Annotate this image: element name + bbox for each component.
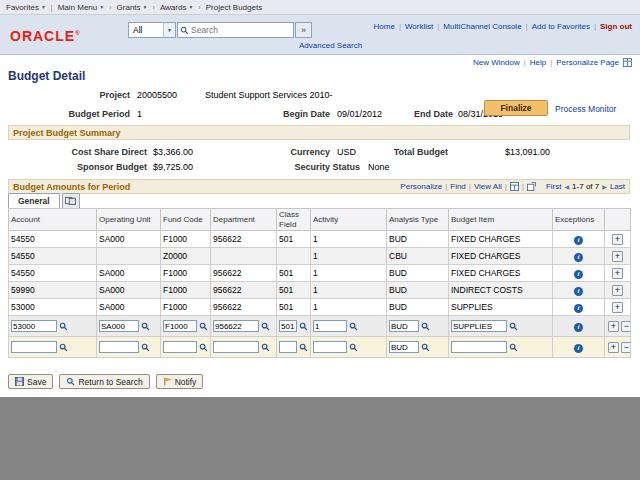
grid-cell: SA000 xyxy=(97,265,161,282)
lookup-icon[interactable] xyxy=(349,343,358,352)
grid-cell: BUD xyxy=(387,265,449,282)
grid-cell: FIXED CHARGES xyxy=(449,265,553,282)
breadcrumb-awards[interactable]: Awards ▼ xyxy=(160,3,193,12)
project-value: 20005500 xyxy=(137,90,177,100)
grid-input[interactable] xyxy=(163,341,197,353)
breadcrumb-project-budgets[interactable]: Project Budgets xyxy=(206,3,262,12)
lookup-icon[interactable] xyxy=(141,322,150,331)
delete-row-button[interactable]: − xyxy=(621,342,631,353)
lookup-icon[interactable] xyxy=(299,322,308,331)
add-to-favorites-link[interactable]: Add to Favorites xyxy=(532,22,590,31)
grid-cell: 1 xyxy=(311,265,387,282)
lookup-icon[interactable] xyxy=(421,322,430,331)
add-row-button[interactable]: + xyxy=(612,234,623,245)
show-all-columns-tab[interactable] xyxy=(62,193,80,208)
page-title: Budget Detail xyxy=(8,69,85,83)
personalize-page-link[interactable]: Personalize Page xyxy=(556,58,619,67)
notify-button[interactable]: Notify xyxy=(156,374,204,389)
breadcrumb-main-menu[interactable]: Main Menu ▼ xyxy=(58,3,105,12)
lookup-icon[interactable] xyxy=(199,343,208,352)
grid-input[interactable] xyxy=(11,320,57,332)
lookup-icon[interactable] xyxy=(59,322,68,331)
grid-cell: SA000 xyxy=(97,231,161,248)
process-monitor-link[interactable]: Process Monitor xyxy=(555,104,616,114)
add-row-button[interactable]: + xyxy=(612,285,623,296)
grid-input[interactable] xyxy=(279,320,297,332)
search-scope-select[interactable]: All ▼ xyxy=(128,22,176,38)
worklist-link[interactable]: Worklist xyxy=(405,22,433,31)
lookup-icon[interactable] xyxy=(421,343,430,352)
info-icon[interactable]: i xyxy=(574,270,583,279)
info-icon[interactable]: i xyxy=(574,253,583,262)
grid-cell xyxy=(277,248,311,265)
grid-input[interactable] xyxy=(213,320,259,332)
chevron-down-icon[interactable]: ▼ xyxy=(163,23,175,37)
grid-input[interactable] xyxy=(11,341,57,353)
zoom-grid-icon[interactable] xyxy=(527,182,536,191)
grid-input[interactable] xyxy=(279,341,297,353)
grid-edit-cell xyxy=(97,316,161,337)
exceptions-cell: i xyxy=(553,231,605,248)
download-icon[interactable] xyxy=(510,182,519,191)
grid-input[interactable] xyxy=(99,320,139,332)
lookup-icon[interactable] xyxy=(261,322,270,331)
home-link[interactable]: Home xyxy=(374,22,395,31)
advanced-search-link[interactable]: Advanced Search xyxy=(299,41,362,50)
row-range: 1-7 of 7 xyxy=(572,182,599,191)
lookup-icon[interactable] xyxy=(509,343,518,352)
delete-row-button[interactable]: − xyxy=(621,321,631,332)
next-page-icon[interactable]: ▶ xyxy=(602,183,607,190)
info-icon[interactable]: i xyxy=(574,323,583,332)
lookup-icon[interactable] xyxy=(509,322,518,331)
search-box xyxy=(177,22,294,38)
info-icon[interactable]: i xyxy=(574,236,583,245)
lookup-icon[interactable] xyxy=(261,343,270,352)
save-button[interactable]: Save xyxy=(8,374,53,389)
add-row-button[interactable]: + xyxy=(612,251,623,262)
add-row-button[interactable]: + xyxy=(612,268,623,279)
add-row-button[interactable]: + xyxy=(608,321,619,332)
previous-page-icon[interactable]: ◀ xyxy=(564,183,569,190)
grid-input[interactable] xyxy=(451,320,507,332)
multichannel-console-link[interactable]: MultiChannel Console xyxy=(443,22,521,31)
sponsor-budget-value: $9,725.00 xyxy=(153,162,193,172)
find-link[interactable]: Find xyxy=(450,182,466,191)
sign-out-link[interactable]: Sign out xyxy=(600,22,632,31)
add-row-button[interactable]: + xyxy=(612,302,623,313)
new-window-link[interactable]: New Window xyxy=(473,58,520,67)
breadcrumb-grants[interactable]: Grants ▼ xyxy=(117,3,148,12)
grid-edit-cell xyxy=(9,337,97,358)
tab-general[interactable]: General xyxy=(8,193,60,208)
grid-cell: INDIRECT COSTS xyxy=(449,282,553,299)
grid-input[interactable] xyxy=(213,341,259,353)
info-icon[interactable]: i xyxy=(574,287,583,296)
view-all-link[interactable]: View All xyxy=(474,182,502,191)
grid-input[interactable] xyxy=(389,320,419,332)
personalize-grid-icon[interactable] xyxy=(623,58,632,67)
first-link[interactable]: First xyxy=(546,182,562,191)
grid-input[interactable] xyxy=(313,341,347,353)
lookup-icon[interactable] xyxy=(59,343,68,352)
lookup-icon[interactable] xyxy=(349,322,358,331)
grid-input[interactable] xyxy=(451,341,507,353)
separator: | xyxy=(51,4,53,11)
grid-input[interactable] xyxy=(99,341,139,353)
return-to-search-button[interactable]: Return to Search xyxy=(59,374,149,389)
grid-input[interactable] xyxy=(163,320,197,332)
finalize-button[interactable]: Finalize xyxy=(484,100,548,116)
info-icon[interactable]: i xyxy=(574,344,583,353)
help-link[interactable]: Help xyxy=(530,58,546,67)
info-icon[interactable]: i xyxy=(574,304,583,313)
last-link[interactable]: Last xyxy=(610,182,625,191)
grid-input[interactable] xyxy=(313,320,347,332)
search-input[interactable] xyxy=(191,24,291,36)
add-row-button[interactable]: + xyxy=(608,342,619,353)
lookup-icon[interactable] xyxy=(299,343,308,352)
breadcrumb-favorites[interactable]: Favorites ▼ xyxy=(6,3,46,12)
personalize-link[interactable]: Personalize xyxy=(400,182,442,191)
screen: Favorites ▼ | Main Menu ▼ › Grants ▼ › A… xyxy=(0,0,640,480)
grid-input[interactable] xyxy=(389,341,419,353)
lookup-icon[interactable] xyxy=(199,322,208,331)
search-go-button[interactable]: » xyxy=(295,22,312,38)
lookup-icon[interactable] xyxy=(141,343,150,352)
